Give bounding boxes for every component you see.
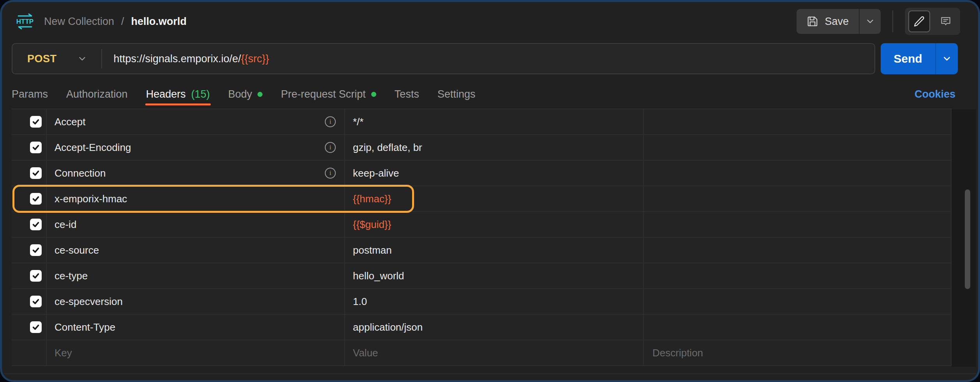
- breadcrumb-separator: /: [121, 16, 124, 28]
- header-description: Description: [652, 347, 703, 359]
- value-cell[interactable]: keep-alive: [345, 161, 644, 186]
- key-cell[interactable]: x-emporix-hmac: [47, 186, 345, 211]
- description-cell[interactable]: [644, 263, 952, 288]
- send-button[interactable]: Send: [881, 43, 935, 74]
- checkbox-checked-icon[interactable]: [30, 321, 42, 333]
- key-cell[interactable]: ce-source: [47, 238, 345, 263]
- header-value: application/json: [353, 321, 423, 333]
- table-row: ce-id{{$guid}}: [12, 212, 952, 238]
- save-options-button[interactable]: [859, 9, 881, 34]
- checkbox-checked-icon[interactable]: [30, 244, 42, 256]
- toolbar-divider: [892, 11, 893, 32]
- method-selector[interactable]: POST: [27, 53, 57, 65]
- send-options-button[interactable]: [935, 43, 958, 74]
- checkbox-checked-icon[interactable]: [30, 296, 42, 307]
- description-cell[interactable]: [644, 161, 952, 186]
- tab-pre-request-script[interactable]: Pre-request Script: [281, 80, 376, 109]
- tab-authorization[interactable]: Authorization: [66, 80, 128, 109]
- checkbox-checked-icon[interactable]: [30, 193, 42, 205]
- checkbox-checked-icon[interactable]: [30, 142, 42, 153]
- chevron-down-icon[interactable]: [77, 54, 87, 64]
- description-cell[interactable]: [644, 135, 952, 160]
- tab-body[interactable]: Body: [228, 80, 263, 109]
- tab-headers[interactable]: Headers(15): [146, 80, 210, 109]
- checkbox-checked-icon[interactable]: [30, 167, 42, 179]
- comments-button[interactable]: [935, 11, 957, 32]
- tab-tests[interactable]: Tests: [395, 80, 419, 109]
- request-url-row: POST https://signals.emporix.io/e/{{src}…: [12, 43, 958, 74]
- table-row-new: KeyValueDescription: [12, 340, 952, 366]
- breadcrumb-collection[interactable]: New Collection: [44, 16, 114, 28]
- header-key: ce-specversion: [55, 296, 123, 308]
- value-cell[interactable]: hello_world: [345, 263, 644, 288]
- vertical-scrollbar-thumb[interactable]: [965, 189, 970, 289]
- checkbox-cell: [12, 186, 47, 211]
- breadcrumb: New Collection / hello.world: [44, 16, 187, 28]
- header-key: Accept-Encoding: [55, 142, 131, 154]
- save-split-button: Save: [797, 9, 881, 34]
- checkbox-cell: [12, 263, 47, 288]
- header-key: Key: [55, 347, 72, 359]
- tab-params[interactable]: Params: [12, 80, 48, 109]
- header-value: {{$guid}}: [353, 219, 391, 231]
- top-bar: HTTP New Collection / hello.world Sa: [2, 2, 978, 41]
- tab-status-dot: [257, 92, 263, 97]
- header-value: 1.0: [353, 296, 367, 308]
- tab-label: Tests: [395, 88, 419, 100]
- description-cell[interactable]: [644, 289, 952, 314]
- value-cell[interactable]: application/json: [345, 315, 644, 340]
- checkbox-cell: [12, 109, 47, 134]
- checkbox-cell: [12, 238, 47, 263]
- tab-label: Params: [12, 88, 48, 100]
- table-row: Content-Typeapplication/json: [12, 315, 952, 340]
- key-cell[interactable]: ce-id: [47, 212, 345, 237]
- tab-label: Body: [228, 88, 252, 100]
- table-row: Accepti*/*: [12, 109, 952, 135]
- value-cell[interactable]: */*: [345, 109, 644, 134]
- table-row: Accept-Encodingigzip, deflate, br: [12, 135, 952, 161]
- value-cell[interactable]: {{hmac}}: [345, 186, 644, 211]
- header-key: Accept: [55, 116, 86, 128]
- value-cell[interactable]: gzip, deflate, br: [345, 135, 644, 160]
- edit-request-button[interactable]: [908, 11, 930, 32]
- header-value: {{hmac}}: [353, 193, 391, 205]
- table-row: ce-specversion1.0: [12, 289, 952, 315]
- key-cell[interactable]: ce-type: [47, 263, 345, 288]
- url-base: https://signals.emporix.io/e/: [114, 53, 241, 65]
- checkbox-checked-icon[interactable]: [30, 219, 42, 230]
- description-cell[interactable]: [644, 186, 952, 211]
- key-cell[interactable]: Accept-Encodingi: [47, 135, 345, 160]
- app-window: HTTP New Collection / hello.world Sa: [0, 0, 980, 382]
- value-cell[interactable]: 1.0: [345, 289, 644, 314]
- key-cell[interactable]: ce-specversion: [47, 289, 345, 314]
- tab-count-badge: (15): [191, 88, 210, 100]
- checkbox-checked-icon[interactable]: [30, 270, 42, 282]
- pencil-icon: [913, 16, 925, 27]
- key-cell[interactable]: Accepti: [47, 109, 345, 134]
- value-cell[interactable]: Value: [345, 340, 644, 365]
- key-cell[interactable]: Content-Type: [47, 315, 345, 340]
- floppy-disk-icon: [807, 16, 818, 27]
- checkbox-checked-icon[interactable]: [30, 116, 42, 128]
- cookies-link[interactable]: Cookies: [915, 88, 955, 100]
- header-key: Connection: [55, 167, 106, 179]
- key-cell[interactable]: Connectioni: [47, 161, 345, 186]
- description-cell[interactable]: Description: [644, 340, 952, 365]
- breadcrumb-request-name[interactable]: hello.world: [131, 16, 187, 28]
- key-cell[interactable]: Key: [47, 340, 345, 365]
- description-cell[interactable]: [644, 212, 952, 237]
- info-circle-icon: i: [325, 142, 336, 153]
- description-cell[interactable]: [644, 315, 952, 340]
- value-cell[interactable]: postman: [345, 238, 644, 263]
- description-cell[interactable]: [644, 109, 952, 134]
- tab-label: Headers: [146, 88, 186, 100]
- tab-settings[interactable]: Settings: [437, 80, 476, 109]
- value-cell[interactable]: {{$guid}}: [345, 212, 644, 237]
- url-input[interactable]: https://signals.emporix.io/e/{{src}}: [114, 53, 269, 65]
- save-button[interactable]: Save: [797, 9, 859, 34]
- tab-status-dot: [371, 92, 376, 97]
- table-row: ce-typehello_world: [12, 263, 952, 289]
- footer-divider: [2, 373, 978, 374]
- header-value: gzip, deflate, br: [353, 142, 422, 154]
- description-cell[interactable]: [644, 238, 952, 263]
